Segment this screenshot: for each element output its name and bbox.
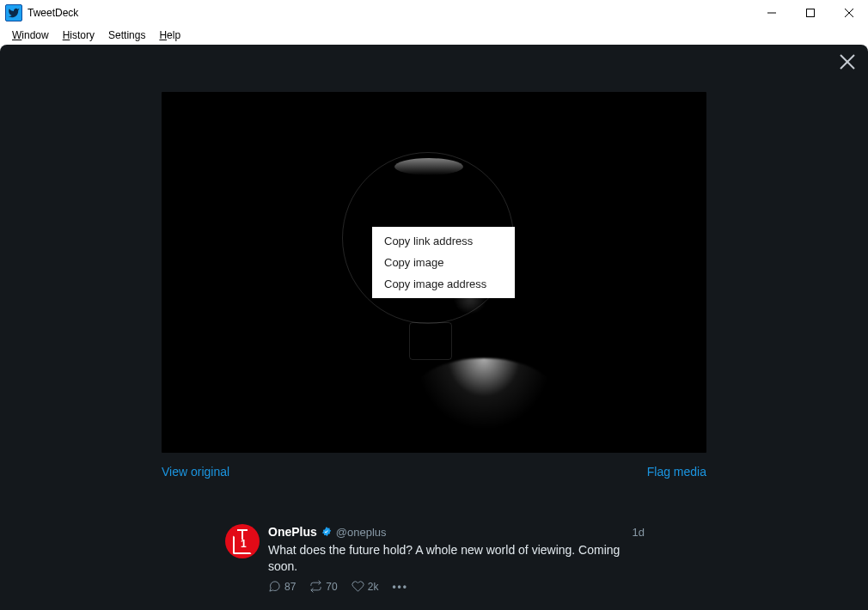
like-count: 2k — [368, 580, 379, 594]
menu-settings[interactable]: Settings — [101, 27, 152, 43]
close-overlay-button[interactable] — [839, 53, 856, 76]
reply-button[interactable]: 87 — [268, 580, 296, 594]
tweet-timestamp[interactable]: 1d — [633, 525, 646, 540]
menu-help[interactable]: Help — [152, 27, 187, 43]
ctx-copy-link-address[interactable]: Copy link address — [372, 230, 515, 252]
menu-history[interactable]: History — [56, 27, 101, 43]
maximize-icon — [806, 9, 815, 17]
tweet-body: OnePlus @oneplus 1d What does the future… — [268, 524, 646, 594]
crystal-ball-stand — [409, 322, 452, 360]
media-container: Copy link address Copy image Copy image … — [162, 92, 706, 479]
verified-badge-icon — [321, 526, 333, 538]
media-image[interactable]: Copy link address Copy image Copy image … — [162, 92, 706, 453]
tweet-text: What does the future hold? A whole new w… — [268, 542, 646, 575]
window-title: TweetDeck — [28, 7, 78, 19]
more-actions-button[interactable]: ••• — [392, 580, 408, 594]
view-original-link[interactable]: View original — [162, 465, 229, 479]
maximize-button[interactable] — [791, 0, 829, 26]
close-icon — [845, 9, 853, 17]
menubar: Window History Settings Help — [0, 26, 868, 45]
minimize-icon — [767, 9, 776, 17]
like-button[interactable]: 2k — [351, 580, 379, 594]
tweet-card: 1 OnePlus @oneplus 1d What does the futu… — [225, 524, 646, 594]
app-icon — [5, 4, 22, 21]
close-window-button[interactable] — [829, 0, 868, 26]
minimize-button[interactable] — [752, 0, 791, 26]
menu-window[interactable]: Window — [5, 27, 56, 43]
titlebar-left: TweetDeck — [0, 4, 78, 21]
context-menu: Copy link address Copy image Copy image … — [372, 227, 515, 298]
content-area: Copy link address Copy image Copy image … — [0, 45, 868, 610]
close-icon — [839, 53, 856, 70]
tweet-author-name[interactable]: OnePlus — [268, 524, 317, 540]
retweet-button[interactable]: 70 — [309, 580, 337, 594]
svg-rect-1 — [806, 9, 814, 16]
reply-count: 87 — [284, 580, 296, 594]
titlebar: TweetDeck — [0, 0, 868, 26]
tweet-header: OnePlus @oneplus 1d — [268, 524, 646, 540]
retweet-count: 70 — [326, 580, 337, 594]
avatar[interactable]: 1 — [225, 524, 260, 558]
reply-icon — [268, 580, 281, 593]
oneplus-logo-number: 1 — [241, 538, 247, 550]
ctx-copy-image-address[interactable]: Copy image address — [372, 273, 515, 295]
media-links: View original Flag media — [162, 465, 706, 479]
flag-media-link[interactable]: Flag media — [647, 465, 706, 479]
heart-icon — [351, 580, 364, 593]
tweet-author-handle[interactable]: @oneplus — [336, 525, 387, 540]
tweet-actions: 87 70 2k ••• — [268, 580, 646, 594]
window-controls — [752, 0, 868, 26]
ctx-copy-image[interactable]: Copy image — [372, 252, 515, 273]
twitter-bird-icon — [8, 7, 20, 19]
floor-light-glow — [411, 358, 557, 436]
retweet-icon — [309, 580, 322, 593]
